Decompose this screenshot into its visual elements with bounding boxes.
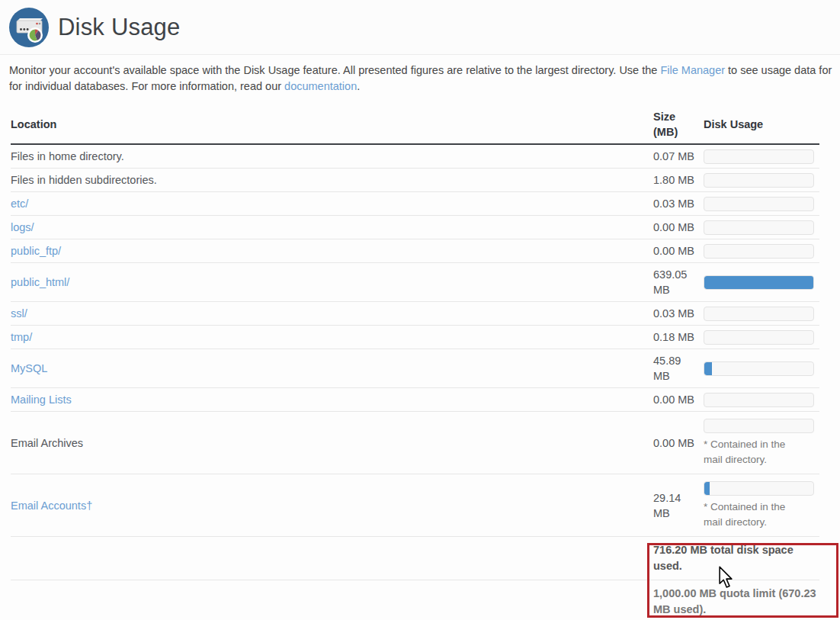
page-title: Disk Usage <box>58 14 181 41</box>
table-row: Mailing Lists 0.00 MB <box>11 388 819 412</box>
usage-cell <box>704 271 819 294</box>
column-header-size: Size (MB) <box>653 105 704 143</box>
disk-usage-bar <box>704 244 814 259</box>
usage-cell <box>704 193 819 215</box>
table-row: public_ftp/ 0.00 MB <box>11 239 819 263</box>
disk-usage-bar <box>704 149 814 164</box>
table-footer-row: 1,000.00 MB quota limit (670.23 MB used)… <box>11 580 819 620</box>
disk-usage-table: Location Size (MB) Disk Usage Files in h… <box>11 105 819 620</box>
page-header: Disk Usage <box>0 0 840 55</box>
table-row: etc/ 0.03 MB <box>11 192 819 216</box>
disk-usage-bar <box>704 393 814 407</box>
contained-note: * Contained in the mail directory. <box>704 500 795 530</box>
size-value: 639.05 MB <box>653 263 704 301</box>
table-row: tmp/ 0.18 MB <box>11 326 819 349</box>
disk-usage-bar <box>704 330 814 345</box>
size-value: 0.07 MB <box>653 145 704 168</box>
disk-usage-bar-fill <box>704 362 712 375</box>
disk-usage-icon <box>9 8 49 47</box>
location-link[interactable]: Mailing Lists <box>11 394 72 406</box>
size-value: 0.18 MB <box>653 326 704 349</box>
disk-usage-bar <box>704 307 814 321</box>
file-manager-link[interactable]: File Manager <box>660 64 725 76</box>
contained-note: * Contained in the mail directory. <box>704 437 795 467</box>
mouse-cursor <box>717 566 734 589</box>
table-row: Email Archives 0.00 MB * Contained in th… <box>11 412 819 474</box>
column-header-location: Location <box>11 113 653 136</box>
usage-cell <box>704 169 819 191</box>
table-row: ssl/ 0.03 MB <box>11 302 819 326</box>
size-value: 0.03 MB <box>653 302 704 325</box>
location-label: Files in hidden subdirectories. <box>11 174 157 186</box>
table-row: Files in home directory. 0.07 MB <box>11 145 819 169</box>
location-link[interactable]: tmp/ <box>11 331 32 343</box>
table-header-row: Location Size (MB) Disk Usage <box>11 105 819 145</box>
usage-cell <box>704 326 819 349</box>
disk-usage-bar <box>704 197 814 211</box>
location-link[interactable]: Email Accounts† <box>11 500 92 512</box>
table-row: Files in hidden subdirectories. 1.80 MB <box>11 169 819 192</box>
intro-line1-tail: to see usage data for <box>725 64 832 76</box>
usage-cell <box>704 146 819 168</box>
documentation-link[interactable]: documentation <box>284 80 357 92</box>
location-link[interactable]: public_html/ <box>11 276 69 288</box>
size-value: 45.89 MB <box>653 349 704 387</box>
table-row: Email Accounts† 29.14 MB * Contained in … <box>11 474 819 537</box>
intro-line2-text: for individual databases. For more infor… <box>9 80 284 92</box>
disk-usage-bar <box>704 220 814 235</box>
disk-usage-bar <box>704 173 814 188</box>
location-label: Email Archives <box>11 437 83 449</box>
size-value: 29.14 MB <box>653 487 704 525</box>
table-footer-row: 716.20 MB total disk space used. <box>11 537 819 580</box>
intro-line-1: Monitor your account's available space w… <box>9 63 840 79</box>
disk-usage-bar <box>704 481 814 496</box>
footer-summary-text: 716.20 MB total disk space used. <box>653 537 819 580</box>
footer-summary-text: 1,000.00 MB quota limit (670.23 MB used)… <box>653 580 819 620</box>
size-value: 0.03 MB <box>653 192 704 215</box>
size-value: 0.00 MB <box>653 432 704 455</box>
table-row: logs/ 0.00 MB <box>11 216 819 239</box>
usage-cell <box>704 240 819 262</box>
usage-cell: * Contained in the mail directory. <box>704 477 819 534</box>
table-footer: 716.20 MB total disk space used. 1,000.0… <box>11 537 819 620</box>
usage-cell <box>704 217 819 239</box>
usage-cell: * Contained in the mail directory. <box>704 415 819 471</box>
size-value: 0.00 MB <box>653 216 704 239</box>
intro-line2-tail: . <box>357 80 360 92</box>
size-value: 1.80 MB <box>653 169 704 191</box>
intro-line-2: for individual databases. For more infor… <box>9 79 840 95</box>
location-link[interactable]: MySQL <box>11 362 47 374</box>
location-link[interactable]: public_ftp/ <box>11 245 61 257</box>
disk-usage-bar-fill <box>704 482 710 495</box>
usage-cell <box>704 389 819 411</box>
table-row: MySQL 45.89 MB <box>11 349 819 388</box>
size-value: 0.00 MB <box>653 239 704 262</box>
usage-cell <box>704 303 819 325</box>
location-link[interactable]: logs/ <box>11 221 34 233</box>
location-link[interactable]: ssl/ <box>11 307 27 320</box>
intro-text: Monitor your account's available space w… <box>9 63 840 95</box>
disk-usage-bar <box>704 419 814 433</box>
table-row: public_html/ 639.05 MB <box>11 263 819 302</box>
disk-usage-bar <box>704 275 814 290</box>
table-body: Files in home directory. 0.07 MB Files i… <box>11 145 819 537</box>
column-header-disk-usage: Disk Usage <box>704 113 819 136</box>
intro-line1-text: Monitor your account's available space w… <box>9 64 660 76</box>
location-link[interactable]: etc/ <box>11 198 28 210</box>
disk-usage-bar-fill <box>704 276 813 289</box>
usage-cell <box>704 358 819 380</box>
location-label: Files in home directory. <box>11 150 124 162</box>
disk-usage-bar <box>704 361 814 376</box>
size-value: 0.00 MB <box>653 388 704 411</box>
